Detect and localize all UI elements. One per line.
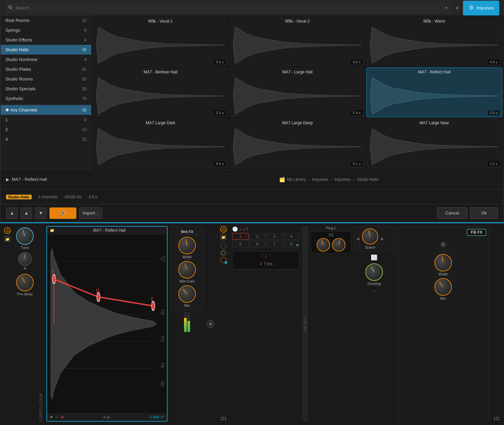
brightness-knob[interactable] xyxy=(18,252,32,266)
header-bar: ▼ × Impulses xyxy=(1,1,503,15)
eq-knobs xyxy=(317,238,346,252)
stereo-btn[interactable] xyxy=(220,250,226,256)
folder-button[interactable]: 📁 xyxy=(4,236,10,242)
note-cell-6[interactable]: 6 xyxy=(249,240,266,247)
play-icon[interactable]: ▶ xyxy=(6,177,9,182)
grid-cell-1[interactable]: M5k - Vocal 24.0 s xyxy=(229,17,365,66)
freeze-icon[interactable]: ❄ xyxy=(440,240,446,249)
sidebar-item-studio-plates[interactable]: Studio Plates41 xyxy=(1,64,91,74)
folder-small-icon[interactable]: 📁 xyxy=(50,228,55,233)
sidebar-item-studio-effects[interactable]: Studio Effects4 xyxy=(1,35,91,45)
note-cell-2[interactable]: 2 xyxy=(249,233,266,240)
sync-btn-wrap xyxy=(220,257,226,263)
cell-title: MA7 - Reflect Hall xyxy=(418,68,451,75)
copy-icon[interactable]: ⬜ xyxy=(371,254,377,261)
svg-text:+10: +10 xyxy=(160,254,166,263)
delay-top-icons: 🕐 ♪ ♩ 𝄽 xyxy=(232,226,299,232)
ducking-knob-wrap: Ducking xyxy=(354,263,394,286)
predelay-knob[interactable] xyxy=(16,274,34,291)
cancel-button[interactable]: Cancel xyxy=(437,207,467,219)
power-button[interactable]: ⏻ xyxy=(4,227,11,234)
sidebar-item-synthetic[interactable]: Synthetic70 xyxy=(1,94,91,103)
collapse-button[interactable]: ▲ xyxy=(6,207,18,219)
search-input[interactable] xyxy=(15,5,445,10)
flag-icon[interactable]: ⚑ xyxy=(50,415,53,420)
note-cell-1[interactable]: 1 xyxy=(232,233,249,240)
delay-folder-button[interactable]: 📁 xyxy=(220,234,226,240)
impulses-tab[interactable]: Impulses xyxy=(463,1,499,15)
ok-button[interactable]: Ok xyxy=(470,207,498,219)
delay-power-button[interactable]: ⏻ xyxy=(220,226,227,233)
sidebar-item-label: Studio Plates xyxy=(5,67,31,72)
space-right-arrow[interactable]: ▶ xyxy=(381,236,384,241)
ducking-label: Ducking xyxy=(367,282,381,286)
note-cell-4[interactable]: 4 xyxy=(283,233,300,240)
delay-left-col: ⏻ 📁 xyxy=(217,226,229,422)
sidebar-item-studio-nonlinear[interactable]: Studio Nonlinear4 xyxy=(1,55,91,64)
grid-cell-3[interactable]: MA7 - Berliner Hall3.5 s xyxy=(93,67,228,117)
cell-duration: 3.5 s xyxy=(214,110,225,115)
flag2-icon[interactable]: ⚐ xyxy=(55,415,59,420)
note-up2-icon: ↑ xyxy=(268,253,271,259)
waveform-duration: 3.484 s* xyxy=(149,415,164,420)
space-knob[interactable] xyxy=(362,228,378,244)
sidebar-item-count: 36 xyxy=(82,47,86,52)
delay-circle-btns xyxy=(220,243,226,263)
copy-icon-wrap: ⬜ xyxy=(354,254,394,261)
fbfx-width-knob[interactable] xyxy=(434,254,452,271)
timing-display: ↑ ↓ ↑ ⇕ 7 ms xyxy=(232,251,299,269)
note-cell-5[interactable]: 5 xyxy=(232,240,249,247)
grid-cell-4[interactable]: MA7 - Large Hall5.9 s xyxy=(229,67,365,117)
import-button[interactable]: Import... xyxy=(79,207,103,219)
channel-item-1[interactable]: 10 xyxy=(1,115,91,125)
channel-item-4[interactable]: 423 xyxy=(1,134,91,144)
search-dropdown-icon[interactable]: ▼ xyxy=(445,6,448,10)
eq-knob-2[interactable] xyxy=(332,238,346,252)
eq-section: Ping L EQ xyxy=(311,226,351,422)
tune-knob[interactable] xyxy=(16,227,34,245)
sidebar-item-studio-specials[interactable]: Studio Specials30 xyxy=(1,84,91,94)
grid-cell-2[interactable]: M5k - Warm4.9 s xyxy=(366,17,502,66)
waveform-container: 3.6 s xyxy=(93,24,228,66)
sidebar-item-count: 53 xyxy=(82,77,86,81)
bottom-panel: ⏻ 📁 Tune ☀ Pre-delay CONVOLUTION xyxy=(0,222,504,424)
sidebar-item-studio-rooms[interactable]: Studio Rooms53 xyxy=(1,74,91,84)
wetfx-wetgain-knob[interactable] xyxy=(178,261,196,279)
speaker-button[interactable]: 🔊 xyxy=(49,207,76,219)
brightness-knob-wrap: ☀ xyxy=(18,252,32,271)
eq-knob-1[interactable] xyxy=(317,238,330,252)
grid-dots-button[interactable] xyxy=(219,416,227,422)
sidebar-item-count: 4 xyxy=(84,57,86,62)
channel-item-2[interactable]: 213 xyxy=(1,125,91,134)
next-button[interactable]: ▼ xyxy=(35,207,47,219)
ducking-knob[interactable] xyxy=(365,263,383,281)
note-cell-8[interactable]: 8 xyxy=(283,240,300,247)
fbfx-mix-knob[interactable] xyxy=(434,278,452,296)
wetfx-mix-knob[interactable] xyxy=(178,285,196,303)
sidebar-item-studio-halls[interactable]: Studio Halls36 xyxy=(1,45,91,55)
sidebar-item-label: Studio Specials xyxy=(5,86,36,91)
add-button[interactable]: + xyxy=(207,320,215,328)
mono-btn[interactable] xyxy=(220,243,226,249)
grid-cell-5[interactable]: MA7 - Reflect Hall3.9 s xyxy=(366,67,502,117)
sidebar-item-real-rooms[interactable]: Real Rooms10 xyxy=(1,15,91,25)
note-cell-3[interactable]: 3 xyxy=(266,233,283,240)
cell-title: M5k - Vocal 1 xyxy=(148,17,173,24)
grid-cell-0[interactable]: M5k - Vocal 13.6 s xyxy=(93,17,228,66)
prev-button[interactable]: ▲ xyxy=(21,207,32,219)
folder-icon: 📁 xyxy=(5,237,9,241)
close-button[interactable]: × xyxy=(455,5,459,11)
grid-cell-7[interactable]: MA7 Large Deep5.1 s xyxy=(229,118,365,168)
space-left-arrow[interactable]: ◀ xyxy=(356,236,359,241)
waveform-main-area[interactable]: +10 -10 -20 -40 -60 S M xyxy=(47,234,167,413)
bottom-grid-button[interactable] xyxy=(492,416,501,422)
channel-item-any-channels[interactable]: ✱ Any Channels36 xyxy=(1,105,91,115)
waveform-container: 5.1 s xyxy=(230,126,365,168)
grid-cell-6[interactable]: MA7 Large Dark4.6 s xyxy=(93,118,228,168)
link-icon[interactable]: ⛓ xyxy=(61,415,64,420)
sidebar-item-springs[interactable]: Springs6 xyxy=(1,25,91,35)
svg-text:-10: -10 xyxy=(160,308,165,317)
grid-cell-8[interactable]: MA7 Large Near3.2 s xyxy=(366,118,502,168)
note-cell-7[interactable]: 7 xyxy=(266,240,283,247)
wetfx-width-knob[interactable] xyxy=(178,237,196,254)
